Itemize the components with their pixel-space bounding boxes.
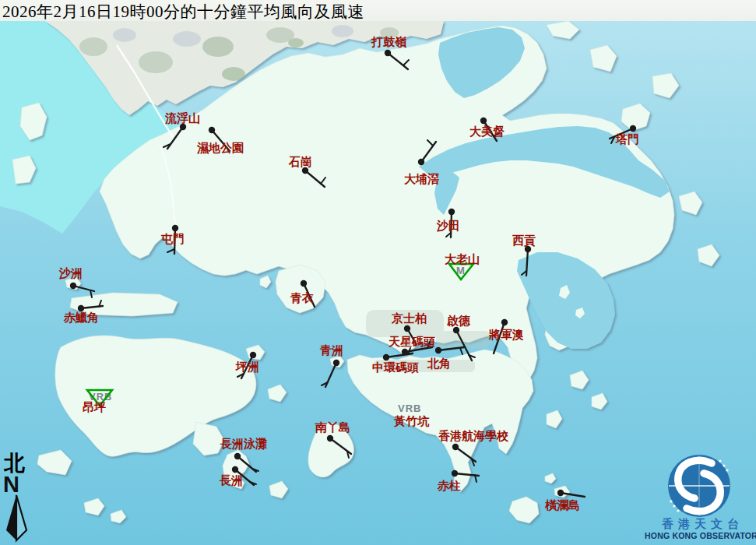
station-label-中環碼頭: 中環碼頭 xyxy=(372,361,419,374)
station-label-西貢: 西貢 xyxy=(512,234,536,247)
station-label-大老山: 大老山 xyxy=(445,253,480,265)
station-label-昂坪: 昂坪 xyxy=(83,401,106,413)
compass-north-chinese: 北 xyxy=(4,453,33,474)
station-label-天星碼頭: 天星碼頭 xyxy=(389,336,435,348)
station-label-石崗: 石崗 xyxy=(289,156,312,168)
station-label-流浮山: 流浮山 xyxy=(165,112,200,125)
station-label-長洲泳灘: 長洲泳灘 xyxy=(220,438,267,450)
station-label-橫瀾島: 橫瀾島 xyxy=(545,499,580,512)
station-label-南丫島: 南丫島 xyxy=(315,421,350,434)
station-label-北角: 北角 xyxy=(427,357,451,370)
station-label-大埔滘: 大埔滘 xyxy=(404,173,439,185)
map-title: 2026年2月16日19時00分的十分鐘平均風向及風速 xyxy=(2,1,364,23)
station-label-坪洲: 坪洲 xyxy=(236,360,259,373)
station-label-長洲: 長洲 xyxy=(220,474,243,487)
station-label-塔門: 塔門 xyxy=(616,133,639,146)
wind-map-screenshot: MVRBVRB 打鼓嶺流浮山濕地公園石崗大美督大埔滘塔門沙田西貢屯門沙洲赤鱲角青… xyxy=(0,0,756,545)
station-label-沙田: 沙田 xyxy=(437,220,460,232)
compass: 北 N xyxy=(2,453,33,543)
station-labels-layer: 打鼓嶺流浮山濕地公園石崗大美督大埔滘塔門沙田西貢屯門沙洲赤鱲角青衣青洲坪洲京士柏… xyxy=(0,0,756,545)
station-label-黃竹坑: 黃竹坑 xyxy=(394,415,429,427)
station-label-京士柏: 京士柏 xyxy=(392,312,427,325)
station-label-赤柱: 赤柱 xyxy=(438,480,461,492)
station-label-青洲: 青洲 xyxy=(320,344,343,357)
map-title-bar: 2026年2月16日19時00分的十分鐘平均風向及風速 xyxy=(0,0,756,21)
station-label-將軍澳: 將軍澳 xyxy=(489,329,524,341)
station-label-大美督: 大美督 xyxy=(469,125,505,138)
station-label-香港航海學校: 香港航海學校 xyxy=(438,430,508,442)
hko-name-chinese: 香港天文台 xyxy=(645,517,756,532)
hko-logo: 香港天文台 HONG KONG OBSERVATORY xyxy=(645,453,756,545)
station-label-濕地公園: 濕地公園 xyxy=(197,142,244,154)
station-label-青衣: 青衣 xyxy=(290,292,314,304)
station-label-啟德: 啟德 xyxy=(447,315,470,327)
hko-name-english: HONG KONG OBSERVATORY xyxy=(645,531,756,540)
station-label-沙洲: 沙洲 xyxy=(59,267,83,280)
compass-north-letter: N xyxy=(3,474,33,494)
station-label-屯門: 屯門 xyxy=(161,233,185,245)
station-label-赤鱲角: 赤鱲角 xyxy=(64,311,99,324)
station-label-打鼓嶺: 打鼓嶺 xyxy=(371,36,406,48)
north-arrow-icon xyxy=(3,494,30,543)
